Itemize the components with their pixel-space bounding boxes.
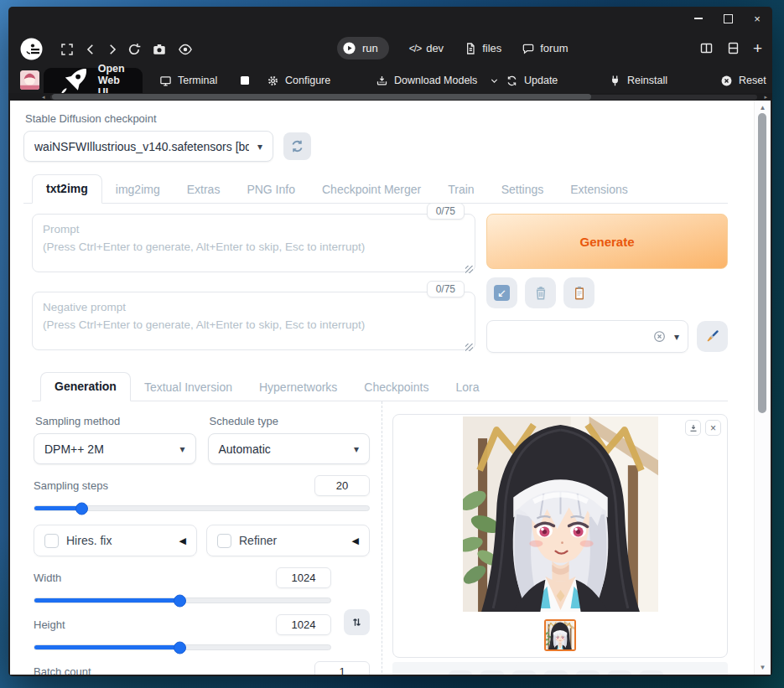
reset-icon — [720, 75, 733, 87]
close-button[interactable]: × — [750, 12, 764, 25]
split-rows-icon[interactable] — [726, 41, 740, 55]
send-to-inpaint-button[interactable] — [575, 670, 600, 675]
slider-thumb[interactable] — [174, 594, 186, 607]
vscroll-up-arrow[interactable]: ▲ — [755, 104, 771, 111]
forum-button[interactable]: forum — [522, 42, 568, 55]
save-zip-button[interactable] — [511, 670, 537, 675]
minimize-icon — [694, 18, 703, 19]
swap-dimensions-button[interactable] — [344, 609, 370, 635]
tab-generation[interactable]: Generation — [40, 372, 131, 401]
send-to-img2img-button[interactable] — [543, 670, 569, 675]
vscroll-down-arrow[interactable]: ▼ — [755, 664, 771, 671]
generate-button[interactable]: Generate — [486, 214, 728, 269]
sampling-method-value: DPM++ 2M — [44, 442, 104, 456]
tab-textual-inversion[interactable]: Textual Inversion — [131, 374, 246, 401]
clear-prompt-button[interactable] — [525, 277, 556, 308]
open-folder-button[interactable] — [448, 670, 473, 675]
maximize-button[interactable] — [721, 12, 735, 25]
plus-icon[interactable]: + — [753, 41, 762, 55]
vscroll-thumb[interactable] — [758, 113, 766, 413]
tab-checkpoints[interactable]: Checkpoints — [350, 374, 442, 401]
tab-png-info[interactable]: PNG Info — [233, 176, 309, 204]
configure-button[interactable]: Configure — [267, 68, 330, 93]
width-slider[interactable] — [34, 597, 331, 603]
height-input[interactable]: 1024 — [276, 614, 331, 635]
vertical-scrollbar[interactable]: ▲ ▼ — [754, 101, 771, 675]
height-slider[interactable] — [34, 644, 331, 650]
back-icon[interactable] — [83, 42, 98, 57]
hires-fix-checkbox[interactable] — [44, 534, 59, 548]
forward-icon[interactable] — [105, 42, 120, 57]
reload-icon[interactable] — [127, 42, 142, 57]
tab-extensions[interactable]: Extensions — [557, 176, 641, 204]
close-image-button[interactable]: × — [705, 420, 721, 436]
tab-lora[interactable]: Lora — [442, 374, 492, 401]
screenshot-icon[interactable] — [152, 42, 167, 57]
run-button[interactable]: run — [337, 37, 389, 59]
resize-grip-icon[interactable] — [465, 344, 473, 351]
files-button[interactable]: files — [464, 42, 501, 55]
hscroll-right-arrow[interactable]: ▸ — [764, 94, 767, 100]
width-input[interactable]: 1024 — [276, 567, 331, 588]
fullscreen-icon[interactable] — [60, 42, 75, 57]
read-params-icon: ↙ — [494, 285, 510, 301]
eye-icon[interactable] — [178, 42, 193, 57]
download-models-button[interactable]: Download Models — [376, 68, 499, 93]
read-params-button[interactable]: ↙ — [486, 277, 517, 308]
webui-page: Stable Diffusion checkpoint waiNSFWIllus… — [10, 101, 753, 675]
checkpoint-dropdown[interactable]: waiNSFWIllustrious_v140.safetensors [bdb… — [23, 131, 273, 162]
upscale-button[interactable] — [639, 670, 664, 675]
negative-prompt-input[interactable] — [32, 292, 475, 350]
sampling-steps-input[interactable]: 20 — [314, 475, 370, 496]
update-button[interactable]: Update — [506, 68, 558, 93]
tab-hypernetworks[interactable]: Hypernetworks — [246, 374, 350, 401]
tab-checkpoint-merger[interactable]: Checkpoint Merger — [309, 176, 434, 204]
hscroll-left-arrow[interactable]: ◂ — [42, 94, 45, 100]
tab-train[interactable]: Train — [434, 176, 487, 204]
reset-button[interactable]: Reset — [720, 68, 766, 93]
minimize-button[interactable] — [692, 12, 705, 25]
prompt-token-counter: 0/75 — [427, 203, 465, 220]
refresh-checkpoint-button[interactable] — [283, 132, 311, 160]
batch-count-control: Batch count 1 — [34, 661, 370, 675]
generated-image[interactable] — [463, 416, 658, 612]
hires-fix-accordion[interactable]: Hires. fix ◀ — [34, 525, 197, 556]
save-image-button[interactable] — [480, 670, 505, 675]
horizontal-scrollbar[interactable]: ◂ ▸ — [8, 93, 772, 101]
send-to-extras-button[interactable] — [607, 670, 632, 675]
slider-thumb[interactable] — [75, 502, 88, 515]
stop-button[interactable] — [241, 68, 249, 93]
schedule-type-label: Schedule type — [210, 415, 371, 427]
schedule-type-dropdown[interactable]: Automatic ▾ — [208, 433, 371, 464]
stop-icon — [241, 76, 249, 85]
gallery-thumbnail[interactable] — [544, 619, 576, 651]
sampling-method-dropdown[interactable]: DPM++ 2M ▾ — [34, 433, 196, 464]
batch-count-input[interactable]: 1 — [314, 661, 370, 675]
refiner-accordion[interactable]: Refiner ◀ — [206, 525, 370, 556]
terminal-button[interactable]: Terminal — [159, 68, 217, 93]
dev-button[interactable]: </> dev — [409, 42, 444, 54]
tab-img2img[interactable]: img2img — [102, 176, 174, 204]
apply-styles-button[interactable] — [563, 277, 594, 308]
pinokio-logo[interactable] — [20, 38, 43, 60]
prompt-input[interactable] — [32, 214, 475, 272]
hscroll-thumb[interactable] — [52, 94, 591, 100]
reinstall-button[interactable]: Reinstall — [609, 68, 667, 93]
styles-dropdown[interactable]: ▾ — [486, 320, 688, 353]
sampling-steps-slider[interactable] — [34, 505, 370, 511]
generation-tabs: Generation Textual Inversion Hypernetwor… — [32, 371, 728, 401]
refiner-checkbox[interactable] — [217, 534, 231, 548]
tab-extras[interactable]: Extras — [174, 176, 234, 204]
tab-open-web-ui[interactable]: Open Web UI — [44, 68, 143, 93]
tab-settings[interactable]: Settings — [488, 176, 558, 204]
edit-styles-button[interactable] — [697, 321, 728, 352]
slider-thumb[interactable] — [174, 641, 186, 654]
tab-txt2img[interactable]: txt2img — [32, 174, 102, 204]
download-image-button[interactable] — [685, 420, 701, 436]
split-columns-icon[interactable] — [699, 41, 714, 55]
app-avatar[interactable] — [20, 70, 39, 90]
resize-grip-icon[interactable] — [465, 266, 473, 273]
dev-label: dev — [426, 42, 444, 54]
configure-label: Configure — [285, 75, 330, 86]
output-panel: × — [382, 401, 728, 675]
